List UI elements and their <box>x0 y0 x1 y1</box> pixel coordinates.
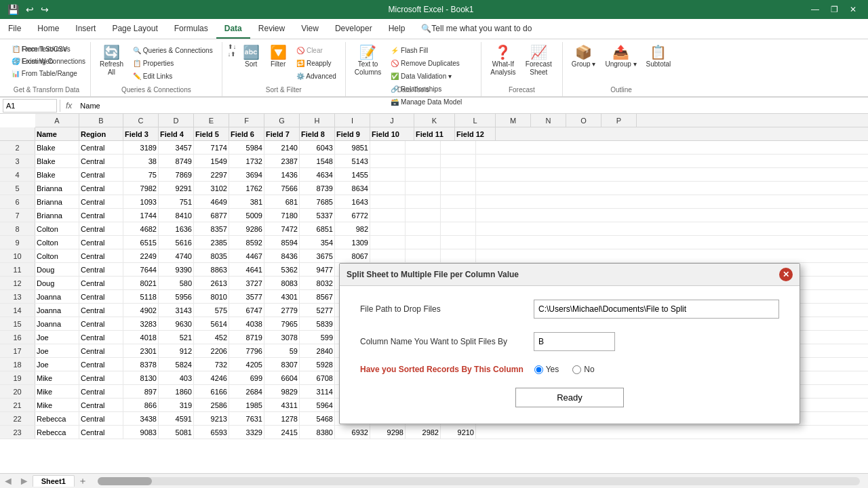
cell-5-3[interactable]: 8410 <box>159 209 194 222</box>
cell-4-7[interactable]: 7685 <box>300 195 335 208</box>
cell-1-2[interactable]: 38 <box>123 155 159 167</box>
cell-18-6[interactable]: 9829 <box>264 385 300 398</box>
advanced-button[interactable]: ⚙️ Advanced <box>293 70 340 82</box>
cell-18-4[interactable]: 6166 <box>194 385 229 398</box>
cell-20-1[interactable]: Central <box>79 412 123 425</box>
cell-extra-8-2[interactable] <box>441 249 476 262</box>
cell-extra-4-1[interactable] <box>406 195 441 208</box>
cell-3-5[interactable]: 1762 <box>229 182 264 195</box>
cell-15-2[interactable]: 2301 <box>123 344 159 357</box>
cell-extra-2-0[interactable] <box>370 168 406 181</box>
cell-6-1[interactable]: Central <box>79 222 123 235</box>
cell-7-6[interactable]: 8594 <box>264 236 300 249</box>
cell-18-1[interactable]: Central <box>79 385 123 398</box>
cell-extra-4-0[interactable] <box>370 195 406 208</box>
cell-19-5[interactable]: 1985 <box>229 399 264 411</box>
cell-20-3[interactable]: 4591 <box>159 412 194 425</box>
cell-11-0[interactable]: Joanna <box>35 290 79 303</box>
cell-11-1[interactable]: Central <box>79 290 123 303</box>
cell-0-6[interactable]: 2140 <box>264 141 300 154</box>
tab-data[interactable]: Data <box>216 19 250 39</box>
cell-7-4[interactable]: 2385 <box>194 236 229 249</box>
tab-help[interactable]: Help <box>380 19 414 39</box>
table-row[interactable]: 8ColtonCentral46821636835792867472685198… <box>0 222 868 236</box>
cell-extra-6-0[interactable] <box>370 222 406 235</box>
cell-1-5[interactable]: 1732 <box>229 155 264 167</box>
cell-20-7[interactable]: 5468 <box>300 412 335 425</box>
table-row[interactable]: 5BriannaCentral7982929131021762756687398… <box>0 182 868 195</box>
cell-3-2[interactable]: 7982 <box>123 182 159 195</box>
cell-4-4[interactable]: 4649 <box>194 195 229 208</box>
col-header-o[interactable]: O <box>566 114 601 127</box>
cell-13-4[interactable]: 5614 <box>194 317 229 330</box>
cell-12-7[interactable]: 5277 <box>300 304 335 317</box>
clear-button[interactable]: 🚫 Clear <box>293 45 340 56</box>
cell-18-5[interactable]: 2684 <box>229 385 264 398</box>
cell-8-4[interactable]: 8035 <box>194 249 229 262</box>
cell-12-1[interactable]: Central <box>79 304 123 317</box>
cell-0-1[interactable]: Central <box>79 141 123 154</box>
cell-extra-0-2[interactable] <box>441 141 476 154</box>
cell-2-6[interactable]: 1436 <box>264 168 300 181</box>
file-path-input[interactable] <box>534 300 779 319</box>
cell-extra-21-0[interactable]: 9298 <box>370 426 406 439</box>
cell-19-3[interactable]: 319 <box>159 399 194 411</box>
cell-extra-5-2[interactable] <box>441 209 476 222</box>
table-row[interactable]: 23RebeccaCentral908350816593332924158380… <box>0 426 868 439</box>
table-row[interactable]: 9ColtonCentral65155616238585928594354130… <box>0 236 868 249</box>
cell-13-6[interactable]: 7965 <box>264 317 300 330</box>
cell-extra-0-1[interactable] <box>406 141 441 154</box>
scroll-right-sheets[interactable]: ► <box>16 475 33 487</box>
table-row[interactable]: 3BlakeCentral38874915491732238715485143 <box>0 155 868 168</box>
redo-icon[interactable]: ↪ <box>39 3 51 16</box>
radio-yes[interactable] <box>534 365 543 374</box>
column-name-input[interactable] <box>534 332 615 351</box>
cell-21-2[interactable]: 9083 <box>123 426 159 439</box>
col-header-n[interactable]: N <box>531 114 566 127</box>
cell-6-0[interactable]: Colton <box>35 222 79 235</box>
cell-4-5[interactable]: 381 <box>229 195 264 208</box>
cell-12-6[interactable]: 2779 <box>264 304 300 317</box>
radio-no-label[interactable]: No <box>572 365 594 374</box>
cell-extra-2-2[interactable] <box>441 168 476 181</box>
ungroup-button[interactable]: 📤 Ungroup ▾ <box>601 43 639 70</box>
cell-16-4[interactable]: 732 <box>194 358 229 371</box>
cell-16-5[interactable]: 4205 <box>229 358 264 371</box>
cell-8-6[interactable]: 8436 <box>264 249 300 262</box>
cell-11-5[interactable]: 3577 <box>229 290 264 303</box>
cell-7-2[interactable]: 6515 <box>123 236 159 249</box>
cell-6-3[interactable]: 1636 <box>159 222 194 235</box>
cell-0-0[interactable]: Blake <box>35 141 79 154</box>
cell-8-3[interactable]: 4740 <box>159 249 194 262</box>
cell-15-5[interactable]: 7796 <box>229 344 264 357</box>
cell-14-7[interactable]: 599 <box>300 331 335 344</box>
cell-21-3[interactable]: 5081 <box>159 426 194 439</box>
reapply-button[interactable]: 🔁 Reapply <box>293 58 340 69</box>
cell-extra-0-0[interactable] <box>370 141 406 154</box>
tab-review[interactable]: Review <box>250 19 293 39</box>
col-header-k[interactable]: K <box>414 114 455 127</box>
cell-9-0[interactable]: Doug <box>35 263 79 276</box>
radio-yes-label[interactable]: Yes <box>534 365 559 374</box>
cell-17-1[interactable]: Central <box>79 371 123 384</box>
cell-5-4[interactable]: 6877 <box>194 209 229 222</box>
cell-extra-8-1[interactable] <box>406 249 441 262</box>
cell-2-4[interactable]: 2297 <box>194 168 229 181</box>
table-row[interactable]: 7BriannaCentral1744841068775009718053376… <box>0 209 868 222</box>
cell-9-1[interactable]: Central <box>79 263 123 276</box>
add-sheet-button[interactable]: ＋ <box>76 475 90 487</box>
cell-4-0[interactable]: Brianna <box>35 195 79 208</box>
tab-page-layout[interactable]: Page Layout <box>104 19 165 39</box>
cell-20-0[interactable]: Rebecca <box>35 412 79 425</box>
cell-2-5[interactable]: 3694 <box>229 168 264 181</box>
cell-2-0[interactable]: Blake <box>35 168 79 181</box>
cell-3-1[interactable]: Central <box>79 182 123 195</box>
table-row[interactable]: 6BriannaCentral1093751464938168176851643 <box>0 195 868 209</box>
cell-7-7[interactable]: 354 <box>300 236 335 249</box>
cell-1-0[interactable]: Blake <box>35 155 79 167</box>
properties-button[interactable]: 📋 Properties <box>130 58 216 69</box>
cell-extra-1-2[interactable] <box>441 155 476 167</box>
cell-0-5[interactable]: 5984 <box>229 141 264 154</box>
cell-1-1[interactable]: Central <box>79 155 123 167</box>
cell-10-5[interactable]: 3727 <box>229 277 264 289</box>
